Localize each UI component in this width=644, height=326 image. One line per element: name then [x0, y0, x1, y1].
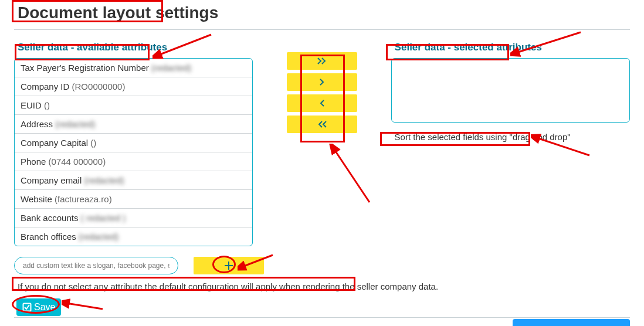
attribute-label: Branch offices [21, 232, 79, 242]
attribute-label: Company Capital [21, 138, 90, 148]
attribute-label: Address [21, 119, 55, 129]
attribute-value: () [90, 138, 96, 148]
selected-heading: Seller data - selected attributes [391, 40, 545, 55]
move-all-left-button[interactable] [287, 116, 357, 133]
attribute-value: (redacted) [151, 63, 191, 73]
selected-column: Seller data - selected attributes Sort t… [391, 40, 630, 143]
attribute-item[interactable]: Phone (0744 000000) [15, 152, 252, 171]
sort-hint: Sort the selected fields using "drag and… [391, 131, 574, 143]
attribute-label: Tax Payer's Registration Number [21, 63, 151, 73]
attribute-label: Website [21, 194, 55, 204]
attribute-label: EUID [21, 100, 44, 110]
default-config-note: If you do not select any attribute the d… [14, 280, 442, 293]
attribute-value: () [44, 100, 50, 110]
check-icon [22, 303, 32, 312]
attribute-label: Company email [21, 175, 84, 185]
partial-bottom-button[interactable] [513, 319, 630, 326]
page-title: Document layout settings [14, 1, 222, 25]
attribute-value: (redacted) [84, 175, 124, 185]
attribute-value: (0744 000000) [49, 157, 106, 167]
attribute-value: ( redacted ) [81, 213, 126, 223]
bottom-divider [14, 317, 630, 318]
attribute-value: (factureaza.ro) [55, 194, 112, 204]
attribute-item[interactable]: Company Capital () [15, 134, 252, 152]
save-button-label: Save [34, 302, 55, 313]
attribute-item[interactable]: EUID () [15, 96, 252, 115]
attribute-item[interactable]: Bank accounts ( redacted ) [15, 209, 252, 227]
annotation-arrow [62, 296, 109, 314]
move-all-right-button[interactable] [287, 52, 357, 70]
attribute-item[interactable]: Company email (redacted) [15, 171, 252, 190]
attribute-value: (redacted) [55, 119, 95, 129]
attribute-value: (redacted) [79, 232, 118, 242]
attribute-label: Bank accounts [21, 213, 81, 223]
attribute-item[interactable]: Address (redacted) [15, 115, 252, 134]
available-list[interactable]: Tax Payer's Registration Number (redacte… [14, 58, 253, 246]
attribute-label: Company ID [21, 82, 72, 91]
available-heading: Seller data - available attributes [14, 40, 171, 55]
svg-line-8 [66, 303, 103, 309]
chevron-double-left-icon [316, 120, 328, 128]
plus-icon [223, 260, 234, 271]
save-button[interactable]: Save [16, 298, 61, 316]
attribute-value: (RO0000000) [72, 82, 126, 91]
chevron-left-icon [318, 99, 326, 107]
divider [14, 29, 630, 30]
move-right-button[interactable] [287, 73, 357, 91]
custom-text-row [0, 246, 644, 274]
transfer-buttons [276, 40, 367, 133]
attribute-item[interactable]: Company ID (RO0000000) [15, 77, 252, 96]
custom-text-input[interactable] [14, 257, 178, 274]
add-custom-button[interactable] [194, 257, 264, 274]
available-column: Seller data - available attributes Tax P… [14, 40, 253, 246]
attribute-item[interactable]: Branch offices (redacted) [15, 227, 252, 246]
selected-list[interactable] [391, 58, 630, 123]
chevron-right-icon [318, 78, 326, 86]
move-left-button[interactable] [287, 94, 357, 112]
attribute-label: Phone [21, 157, 49, 167]
attribute-item[interactable]: Website (factureaza.ro) [15, 190, 252, 209]
attribute-item[interactable]: Tax Payer's Registration Number (redacte… [15, 59, 252, 77]
chevron-double-right-icon [316, 57, 328, 65]
